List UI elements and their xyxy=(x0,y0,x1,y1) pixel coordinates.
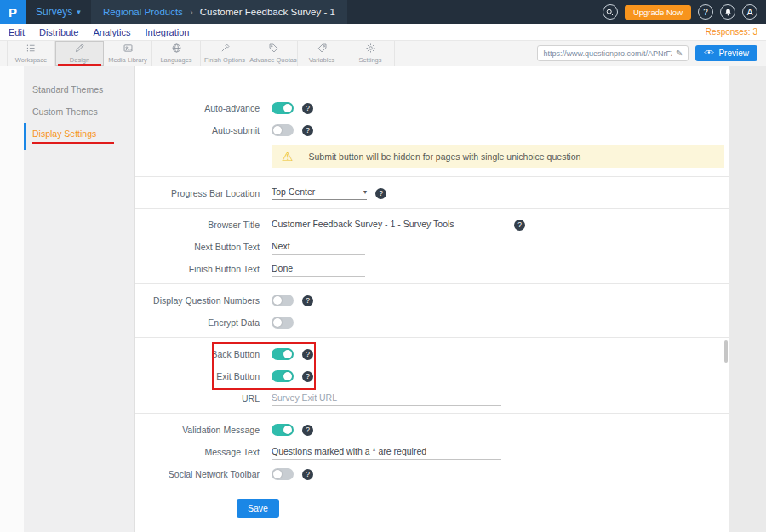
responses-count[interactable]: Responses: 3 xyxy=(706,27,757,37)
social-network-toolbar-label: Social Network Toolbar xyxy=(135,469,260,479)
breadcrumb: Regional Products › Customer Feedback Su… xyxy=(91,0,347,24)
sidebar-item-display-settings[interactable]: Display Settings xyxy=(24,123,134,150)
search-icon[interactable] xyxy=(603,4,618,20)
message-text-row: Message Text xyxy=(135,444,729,460)
topbar-actions: Upgrade Now ? A xyxy=(603,4,766,20)
edit-url-pencil-icon[interactable]: ✎ xyxy=(676,49,683,58)
back-button-row: Back Button ? xyxy=(135,346,729,362)
message-text-input[interactable] xyxy=(272,444,501,460)
toolbar-item-design[interactable]: Design xyxy=(55,41,104,66)
back-button-toggle[interactable] xyxy=(272,348,294,360)
auto-submit-label: Auto-submit xyxy=(135,125,260,135)
social-network-toolbar-row: Social Network Toolbar ? xyxy=(135,466,729,482)
next-button-text-row: Next Button Text xyxy=(135,239,729,255)
toolbar-item-variables[interactable]: Variables xyxy=(298,41,346,66)
exit-button-row: Exit Button ? xyxy=(135,369,729,384)
warning-triangle-icon: ⚠ xyxy=(282,150,293,163)
back-button-label: Back Button xyxy=(135,349,260,359)
surveys-menu-label: Surveys xyxy=(36,6,72,18)
toolbar-item-settings[interactable]: Settings xyxy=(346,41,395,66)
eye-icon xyxy=(704,49,714,58)
sidebar-item-standard-themes[interactable]: Standard Themes xyxy=(24,78,134,100)
breadcrumb-current: Customer Feedback Survey - 1 xyxy=(200,7,335,17)
progress-bar-location-label: Progress Bar Location xyxy=(135,188,260,198)
breadcrumb-parent[interactable]: Regional Products xyxy=(103,7,183,17)
nav-item-distribute[interactable]: Distribute xyxy=(39,27,78,37)
survey-url-field[interactable]: https://www.questionpro.com/t/APNrFZ ✎ xyxy=(537,45,689,61)
app-logo[interactable]: P xyxy=(0,0,26,24)
sidebar-item-custom-themes[interactable]: Custom Themes xyxy=(24,100,134,123)
display-question-numbers-toggle[interactable] xyxy=(272,295,294,306)
browser-title-label: Browser Title xyxy=(135,220,260,230)
avatar[interactable]: A xyxy=(742,4,757,20)
save-button[interactable]: Save xyxy=(237,499,279,518)
toolbar-item-workspace[interactable]: Workspace xyxy=(7,41,55,66)
auto-advance-help-icon[interactable]: ? xyxy=(302,103,313,114)
exit-url-input[interactable] xyxy=(272,391,501,406)
validation-message-row: Validation Message ? xyxy=(135,422,729,438)
encrypt-data-row: Encrypt Data xyxy=(135,315,729,330)
nav-item-edit[interactable]: Edit xyxy=(9,27,25,37)
exit-button-toggle[interactable] xyxy=(272,370,294,382)
auto-advance-label: Auto-advance xyxy=(135,103,260,113)
validation-message-help-icon[interactable]: ? xyxy=(302,425,313,436)
browser-title-help-icon[interactable]: ? xyxy=(514,220,525,231)
right-gutter xyxy=(729,66,766,532)
variables-icon xyxy=(317,43,328,55)
display-settings-panel: Auto-advance ? Auto-submit ? ⚠ Submit bu… xyxy=(135,66,729,532)
validation-message-toggle[interactable] xyxy=(272,424,294,436)
divider xyxy=(135,176,729,177)
progress-bar-location-row: Progress Bar Location Top Center ▾ ? xyxy=(135,186,729,201)
encrypt-data-label: Encrypt Data xyxy=(135,317,260,328)
surveys-menu[interactable]: Surveys ▾ xyxy=(26,0,91,24)
progress-bar-location-select[interactable]: Top Center ▾ xyxy=(272,186,367,200)
design-icon xyxy=(74,43,85,55)
message-text-label: Message Text xyxy=(135,447,260,457)
top-bar: P Surveys ▾ Regional Products › Customer… xyxy=(0,0,766,24)
languages-icon xyxy=(171,43,182,55)
next-button-text-input[interactable] xyxy=(272,239,365,255)
exit-button-help-icon[interactable]: ? xyxy=(302,371,313,382)
auto-advance-toggle[interactable] xyxy=(272,102,294,114)
annotation-display-settings-underline xyxy=(32,142,114,144)
help-circle-icon[interactable]: ? xyxy=(698,4,713,20)
exit-url-label: URL xyxy=(135,393,260,403)
finish-options-icon xyxy=(220,43,231,55)
finish-button-text-input[interactable] xyxy=(272,261,365,277)
social-network-toolbar-toggle[interactable] xyxy=(272,468,294,480)
preview-button[interactable]: Preview xyxy=(695,45,757,61)
workspace-icon xyxy=(26,43,37,55)
progress-bar-location-value: Top Center xyxy=(272,186,315,197)
nav-item-analytics[interactable]: Analytics xyxy=(93,27,130,37)
divider xyxy=(135,208,729,209)
nav-item-integration[interactable]: Integration xyxy=(145,27,189,37)
back-exit-group: Back Button ? Exit Button ? xyxy=(135,346,729,384)
auto-submit-row: Auto-submit ? xyxy=(135,123,729,138)
survey-url-text: https://www.questionpro.com/t/APNrFZ xyxy=(543,49,672,58)
auto-submit-toggle[interactable] xyxy=(272,124,294,136)
chevron-right-icon: › xyxy=(190,7,193,17)
toolbar-item-languages[interactable]: Languages xyxy=(152,41,201,66)
warning-text: Submit button will be hidden for pages w… xyxy=(308,152,580,162)
exit-url-row: URL xyxy=(135,391,729,406)
progress-bar-help-icon[interactable]: ? xyxy=(375,188,386,199)
notifications-bell-icon[interactable] xyxy=(720,4,735,20)
toolbar-item-media-library[interactable]: Media Library xyxy=(104,41,152,66)
encrypt-data-toggle[interactable] xyxy=(272,317,294,329)
auto-submit-help-icon[interactable]: ? xyxy=(302,125,313,136)
content-area: Standard Themes Custom Themes Display Se… xyxy=(0,66,766,532)
social-network-toolbar-help-icon[interactable]: ? xyxy=(302,469,313,480)
preview-button-label: Preview xyxy=(718,49,749,58)
toolbar-item-advance-quotas[interactable]: Advance Quotas xyxy=(249,41,298,66)
main-nav: Edit Distribute Analytics Integration Re… xyxy=(0,24,766,41)
toolbar-item-finish-options[interactable]: Finish Options xyxy=(201,41,249,66)
upgrade-now-button[interactable]: Upgrade Now xyxy=(625,5,691,20)
sidebar-item-label: Display Settings xyxy=(32,129,96,139)
next-button-text-label: Next Button Text xyxy=(135,242,260,252)
survey-toolbar: Workspace Design Media Library Languages… xyxy=(0,41,766,66)
browser-title-input[interactable] xyxy=(272,217,506,232)
back-button-help-icon[interactable]: ? xyxy=(302,349,313,360)
display-question-numbers-help-icon[interactable]: ? xyxy=(302,295,313,306)
scrollbar-thumb[interactable] xyxy=(724,340,728,363)
exit-button-label: Exit Button xyxy=(135,371,260,381)
